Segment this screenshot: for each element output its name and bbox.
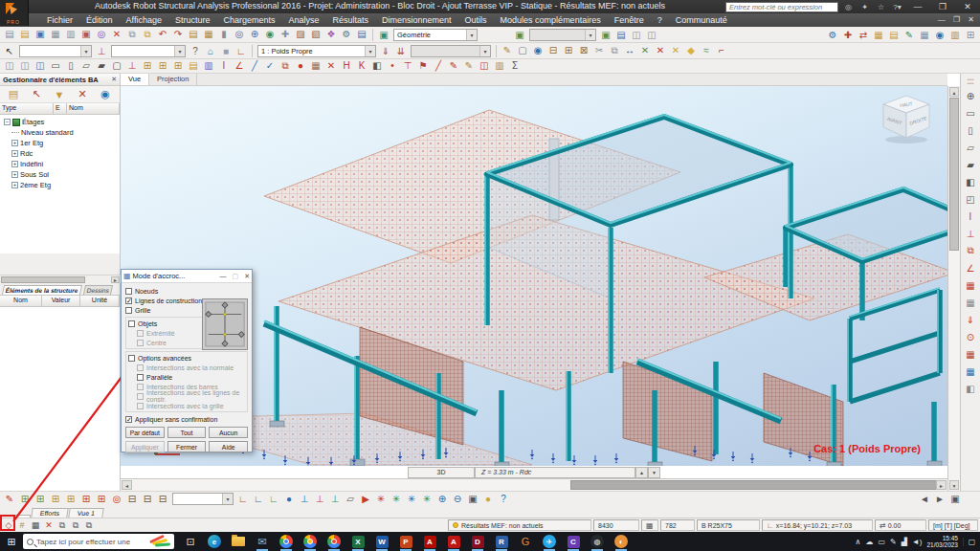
sphere-icon[interactable]: ● bbox=[282, 492, 297, 505]
expand-icon[interactable]: + bbox=[11, 140, 18, 146]
k-brace-icon[interactable]: K bbox=[355, 59, 369, 73]
menu-r-sultats[interactable]: Résultats bbox=[326, 13, 376, 27]
display-icon[interactable]: ▭ bbox=[878, 538, 885, 546]
screenshot-icon[interactable]: ◎ bbox=[95, 28, 109, 41]
tab-elements-structure[interactable]: Éléments de la structure bbox=[2, 285, 82, 295]
tab-vue-1[interactable]: Vue 1 bbox=[68, 508, 103, 518]
snap-mode-icon[interactable]: ◇ bbox=[3, 518, 15, 532]
window-tile-icon[interactable]: ◫ bbox=[18, 59, 33, 73]
cladding-tool-icon[interactable]: ◧ bbox=[964, 175, 978, 188]
word-icon[interactable]: W bbox=[373, 533, 390, 550]
edge-icon[interactable]: e bbox=[206, 533, 223, 550]
table-yellow-icon[interactable]: ▦ bbox=[872, 28, 886, 41]
load-down-icon[interactable]: ⇓ bbox=[379, 44, 393, 57]
yellow-node-icon[interactable]: ◆ bbox=[684, 44, 699, 57]
help-menu-icon[interactable]: ?▾ bbox=[891, 3, 903, 11]
bar-icon[interactable]: ▭ bbox=[49, 59, 63, 73]
save-icon[interactable]: ▣ bbox=[33, 28, 48, 41]
redo-icon[interactable]: ↷ bbox=[171, 28, 186, 41]
display-colors-icon[interactable]: ❖ bbox=[324, 28, 339, 41]
tree-column-headers[interactable]: Type E Nom bbox=[0, 103, 120, 115]
volume-tool-icon[interactable]: ◰ bbox=[964, 192, 978, 206]
mail-icon[interactable]: ✉ bbox=[254, 533, 271, 550]
print-preview-icon[interactable]: ▥ bbox=[64, 28, 78, 41]
section-db-icon[interactable]: ▥ bbox=[202, 59, 216, 73]
dialog-button-aucun[interactable]: Aucun bbox=[209, 427, 248, 438]
excel-icon[interactable]: X bbox=[349, 533, 367, 550]
checkbox-grille[interactable]: Grille bbox=[125, 305, 206, 315]
column-icon[interactable]: ▯ bbox=[64, 59, 78, 73]
status-cell[interactable]: 8430 bbox=[593, 519, 639, 531]
checkbox-box[interactable]: ✓ bbox=[125, 416, 132, 423]
window-b-icon[interactable]: ◫ bbox=[645, 28, 659, 41]
bars-cross-icon[interactable]: ✕ bbox=[324, 59, 339, 73]
panel-horizontal-scrollbar[interactable]: ► bbox=[0, 275, 121, 283]
grid-def-icon[interactable]: ⊞ bbox=[141, 59, 155, 73]
filter-combo[interactable]: ▾ bbox=[529, 29, 596, 41]
status-cell[interactable]: B R25X75 bbox=[697, 519, 760, 531]
checkbox-box[interactable] bbox=[125, 307, 132, 314]
fe-combo[interactable]: ▾ bbox=[172, 493, 234, 505]
nodes-tool-icon[interactable]: ⊕ bbox=[964, 89, 978, 102]
expand-icon[interactable]: + bbox=[11, 182, 18, 188]
copy-all-icon[interactable]: ⧉ bbox=[83, 518, 96, 532]
tree-item[interactable]: +2ème Etg bbox=[0, 180, 120, 190]
tree-item[interactable]: +Rdc bbox=[0, 148, 120, 159]
status-cell[interactable]: ∟x=16.84; y=10.21; z=7.03 bbox=[762, 519, 873, 531]
select-arrow-icon[interactable]: ↖ bbox=[3, 44, 17, 57]
tree-icon[interactable]: ✳ bbox=[420, 492, 434, 505]
table-tool-icon[interactable]: ▦ bbox=[964, 364, 978, 378]
rotate-3d-icon[interactable]: ◉ bbox=[531, 44, 546, 57]
hand-help-icon[interactable]: ? bbox=[189, 44, 203, 57]
frame-tool-icon[interactable]: ▦ bbox=[964, 347, 978, 361]
elements-column-headers[interactable]: Nom Valeur Unité bbox=[0, 296, 120, 307]
zoom-window-icon[interactable]: ◎ bbox=[233, 28, 247, 41]
level-up-icon[interactable]: ▲ bbox=[635, 467, 648, 478]
window-cascade-icon[interactable]: ◫ bbox=[3, 59, 17, 73]
filter-off-icon[interactable]: ✕ bbox=[76, 88, 90, 101]
adobe-app-icon[interactable]: D bbox=[469, 533, 486, 550]
delete-icon[interactable]: ✕ bbox=[110, 28, 124, 41]
menu-chargements[interactable]: Chargements bbox=[216, 13, 281, 27]
xcross-yellow-icon[interactable]: ✕ bbox=[669, 44, 683, 57]
fe-cut-a-icon[interactable]: ⊞ bbox=[79, 492, 94, 505]
angle-icon[interactable]: ⌐ bbox=[715, 44, 729, 57]
new-file-icon[interactable]: ▤ bbox=[3, 28, 17, 41]
axis-z-icon[interactable]: ∟ bbox=[267, 492, 281, 505]
views-icon[interactable]: ▣ bbox=[948, 492, 963, 505]
obs-icon[interactable]: ◍ bbox=[589, 533, 606, 550]
task-view-icon[interactable]: ⊡ bbox=[182, 533, 199, 550]
dialog-maximize-icon[interactable]: ▢ bbox=[233, 273, 239, 280]
snap-grid-icon[interactable]: # bbox=[16, 518, 29, 532]
load-tool-icon[interactable]: ⇓ bbox=[964, 313, 978, 326]
ibeam-icon[interactable]: I bbox=[217, 59, 232, 73]
section-front-icon[interactable]: ⊞ bbox=[562, 44, 576, 57]
star-red-icon[interactable]: ✳ bbox=[374, 492, 389, 505]
mesh-icon[interactable]: ▦ bbox=[309, 59, 323, 73]
table-blue-icon[interactable]: ▦ bbox=[918, 28, 932, 41]
xcross-red-icon[interactable]: ✕ bbox=[654, 44, 668, 57]
shade-box-icon[interactable]: ■ bbox=[219, 44, 234, 57]
brush2-icon[interactable]: ✎ bbox=[462, 59, 477, 73]
line-icon[interactable]: ╱ bbox=[248, 59, 262, 73]
mdi-window-controls[interactable]: — ❐ ✕ bbox=[938, 13, 977, 27]
panel-grid-tool-icon[interactable]: ▦ bbox=[964, 296, 978, 309]
layout-selector-icon[interactable]: ▣ bbox=[377, 28, 391, 41]
purple-app-icon[interactable]: C bbox=[565, 533, 582, 550]
calc-note-icon[interactable]: ▤ bbox=[187, 28, 201, 41]
robot-app-logo[interactable]: PRO bbox=[0, 0, 29, 26]
pan-icon[interactable]: ✚ bbox=[278, 28, 293, 41]
keyword-search-input[interactable] bbox=[725, 2, 838, 12]
next-view-icon[interactable]: ► bbox=[933, 492, 947, 505]
zoom-in-icon[interactable]: ⊕ bbox=[248, 28, 262, 41]
edit-pointer-icon[interactable]: ↖ bbox=[30, 88, 44, 101]
dialog-button-tout[interactable]: Tout bbox=[167, 427, 207, 438]
select-mesh-icon[interactable]: ▨ bbox=[294, 28, 308, 41]
fe-grid-b-icon[interactable]: ⊞ bbox=[33, 492, 48, 505]
tray-chevron-icon[interactable]: ∧ bbox=[856, 538, 861, 546]
delete-mode-icon[interactable]: ✕ bbox=[43, 518, 56, 532]
xcross-green-icon[interactable]: ✕ bbox=[638, 44, 653, 57]
fe-lock-b-icon[interactable]: ⊞ bbox=[64, 492, 78, 505]
status-cell[interactable]: [m] [T] [Deg] bbox=[928, 519, 978, 531]
restore-button[interactable]: ❐ bbox=[932, 1, 953, 12]
